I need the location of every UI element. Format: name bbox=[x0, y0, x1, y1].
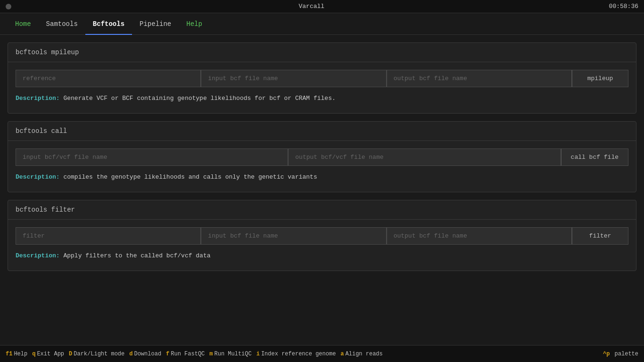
status-label-multiqc: Run MultiQC bbox=[215, 351, 252, 357]
status-label-exit: Exit App bbox=[37, 351, 64, 357]
nav-item-pipeline[interactable]: Pipeline bbox=[132, 13, 179, 35]
filter-input-file-input[interactable] bbox=[201, 227, 386, 245]
status-key-palette: ^p bbox=[603, 351, 610, 357]
status-label-dark: Dark/Light mode bbox=[74, 351, 124, 357]
mpileup-body: mpileup Description: Generate VCF or BCF… bbox=[8, 62, 636, 113]
status-label-index: Index reference genome bbox=[261, 351, 336, 357]
filter-output-file-input[interactable] bbox=[387, 227, 572, 245]
status-fastqc: f Run FastQC bbox=[166, 351, 205, 357]
filter-desc-label: Description: bbox=[16, 252, 60, 259]
status-key-d: d bbox=[129, 351, 132, 357]
status-dark: D Dark/Light mode bbox=[69, 351, 124, 357]
call-input-row: call bcf file bbox=[16, 148, 628, 166]
nav-item-samtools[interactable]: Samtools bbox=[39, 13, 85, 35]
call-desc-label: Description: bbox=[16, 173, 60, 181]
status-multiqc: m Run MultiQC bbox=[209, 351, 251, 357]
status-palette: ^p palette bbox=[603, 351, 638, 357]
status-key-m: m bbox=[209, 351, 213, 357]
mpileup-input-row: mpileup bbox=[16, 70, 628, 87]
mpileup-desc-text: Generate VCF or BCF containing genotype … bbox=[63, 95, 335, 102]
status-label-palette: palette bbox=[615, 351, 638, 357]
filter-body: filter Description: Apply filters to the… bbox=[8, 220, 636, 271]
status-key-q: q bbox=[32, 351, 35, 357]
window-controls bbox=[6, 4, 14, 9]
nav-item-help[interactable]: Help bbox=[179, 13, 210, 35]
status-key-f: f bbox=[166, 351, 169, 357]
nav-item-home[interactable]: Home bbox=[8, 13, 39, 35]
status-exit: q Exit App bbox=[32, 351, 64, 357]
filter-desc-text: Apply filters to the called bcf/vcf data bbox=[63, 252, 210, 259]
mpileup-description: Description: Generate VCF or BCF contain… bbox=[16, 93, 628, 106]
filter-input-row: filter bbox=[16, 227, 628, 245]
call-section: bcftools call call bcf file Description:… bbox=[8, 121, 636, 192]
status-index: i Index reference genome bbox=[256, 351, 336, 357]
filter-button[interactable]: filter bbox=[572, 227, 628, 245]
nav-item-bcftools[interactable]: Bcftools bbox=[85, 13, 132, 35]
status-align: a Align reads bbox=[340, 351, 382, 357]
status-key-D: D bbox=[69, 351, 72, 357]
mpileup-output-file-input[interactable] bbox=[387, 70, 572, 87]
status-bar: f1 Help q Exit App D Dark/Light mode d D… bbox=[0, 345, 644, 362]
mpileup-reference-input[interactable] bbox=[16, 70, 201, 87]
main-content: bcftools mpileup mpileup Description: Ge… bbox=[0, 35, 644, 345]
status-key-i: i bbox=[256, 351, 260, 357]
filter-section: bcftools filter filter Description: Appl… bbox=[8, 200, 636, 271]
filter-description: Description: Apply filters to the called… bbox=[16, 250, 628, 263]
status-label-align: Align reads bbox=[346, 351, 383, 357]
mpileup-input-file-input[interactable] bbox=[201, 70, 386, 87]
filter-filter-input[interactable] bbox=[16, 227, 201, 245]
status-help: f1 Help bbox=[6, 351, 27, 357]
mpileup-desc-label: Description: bbox=[16, 95, 60, 102]
clock: 00:58:36 bbox=[609, 3, 638, 10]
call-header: bcftools call bbox=[8, 122, 636, 141]
call-button[interactable]: call bcf file bbox=[561, 148, 628, 166]
status-label-download: Download bbox=[134, 351, 161, 357]
mpileup-section: bcftools mpileup mpileup Description: Ge… bbox=[8, 42, 636, 114]
filter-header: bcftools filter bbox=[8, 200, 636, 220]
title-bar: Varcall 00:58:36 bbox=[0, 0, 644, 13]
mpileup-header: bcftools mpileup bbox=[8, 43, 636, 62]
status-key-f1: f1 bbox=[6, 351, 12, 357]
call-description: Description: compiles the genotype likel… bbox=[16, 172, 628, 184]
status-key-a: a bbox=[340, 351, 344, 357]
mpileup-button[interactable]: mpileup bbox=[572, 70, 628, 87]
status-label-fastqc: Run FastQC bbox=[171, 351, 205, 357]
status-download: d Download bbox=[129, 351, 161, 357]
call-input-file-input[interactable] bbox=[16, 148, 288, 166]
call-body: call bcf file Description: compiles the … bbox=[8, 141, 636, 192]
window-dot bbox=[6, 4, 11, 9]
status-label-help: Help bbox=[14, 351, 27, 357]
app-title: Varcall bbox=[298, 3, 324, 10]
nav-bar: Home Samtools Bcftools Pipeline Help bbox=[0, 13, 644, 35]
call-desc-text: compiles the genotype likelihoods and ca… bbox=[63, 173, 317, 181]
call-output-file-input[interactable] bbox=[288, 148, 561, 166]
